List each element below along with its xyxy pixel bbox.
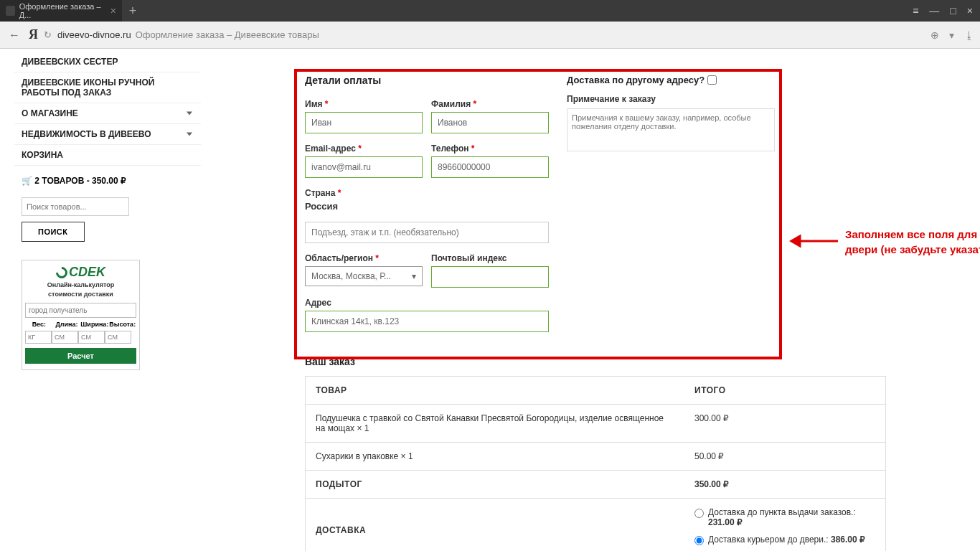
sidebar-item-icons[interactable]: ДИВЕЕВСКИЕ ИКОНЫ РУЧНОЙ РАБОТЫ ПОД ЗАКАЗ [14, 72, 201, 103]
ship-different-label: Доставка по другому адресу? [567, 75, 775, 85]
window-maximize-icon[interactable]: □ [950, 5, 956, 17]
cart-summary-text: 2 ТОВАРОВ - 350.00 ₽ [34, 176, 126, 186]
sidebar: ДИВЕЕВСКИХ СЕСТЕР ДИВЕЕВСКИЕ ИКОНЫ РУЧНО… [0, 49, 201, 551]
cdek-calculate-button[interactable]: Расчет [25, 348, 136, 364]
order-item-row: Сухарики в упаковке × 1 50.00 ₽ [306, 443, 885, 471]
new-tab-button[interactable]: + [122, 4, 143, 19]
site-icon [6, 6, 15, 16]
order-note-label: Примечание к заказу [567, 94, 775, 104]
order-subtotal-label: ПОДЫТОГ [306, 471, 684, 498]
sidebar-item-about[interactable]: О МАГАЗИНЕ [14, 103, 201, 124]
url-domain: diveevo-divnoe.ru [57, 29, 131, 40]
annotation: Заполняем все поля для доставки курьером… [789, 227, 980, 257]
downloads-icon[interactable]: ⭳ [964, 29, 974, 41]
delivery-radio-courier[interactable] [694, 536, 704, 545]
address-bar: ← Я ↻ diveevo-divnoe.ru Оформление заказ… [0, 22, 980, 49]
yandex-logo[interactable]: Я [29, 27, 38, 42]
order-delivery-label: ДОСТАВКА [306, 499, 684, 551]
window-menu-icon[interactable]: ≡ [913, 5, 918, 17]
order-item-row: Подушечка с травкой со Святой Канавки Пр… [306, 405, 885, 443]
order-head-product: ТОВАР [306, 377, 684, 404]
tab-title: Оформление заказа – Д... [19, 2, 106, 19]
order-item-total: 300.00 ₽ [684, 405, 885, 442]
cdek-height-input[interactable] [105, 331, 131, 344]
phone-input[interactable] [431, 156, 549, 178]
cart-summary[interactable]: 🛒 2 ТОВАРОВ - 350.00 ₽ [14, 169, 201, 193]
postcode-input[interactable] [431, 266, 549, 288]
reload-icon[interactable]: ↻ [44, 29, 52, 40]
postcode-label: Почтовый индекс [431, 253, 549, 263]
order-item-total: 50.00 ₽ [684, 443, 885, 470]
country-value: Россия [305, 201, 549, 212]
fname-label: Имя * [305, 99, 423, 109]
lname-input[interactable] [431, 112, 549, 133]
order-subtotal: 350.00 ₽ [684, 471, 885, 498]
cart-icon: 🛒 [22, 176, 32, 186]
bookmark-icon[interactable]: ▾ [949, 29, 954, 41]
order-note-textarea[interactable] [567, 108, 775, 151]
order-table: ТОВАР ИТОГО Подушечка с травкой со Свято… [305, 376, 886, 551]
cdek-subtitle1: Онлайн-калькулятор [25, 281, 136, 289]
cdek-logo: CDEK [25, 265, 136, 280]
nav-back-icon[interactable]: ← [6, 27, 23, 44]
main-area: Детали оплаты Доставка по другому адресу… [201, 49, 980, 551]
search-input[interactable] [22, 197, 129, 216]
sidebar-item-realestate[interactable]: НЕДВИЖИМОСТЬ В ДИВЕЕВО [14, 124, 201, 145]
email-label: Email-адрес * [305, 143, 423, 154]
cdek-weight-label: Вес: [25, 321, 53, 328]
sidebar-item-cart[interactable]: КОРЗИНА [14, 145, 201, 166]
address-label: Адрес [305, 298, 549, 308]
search-button[interactable]: ПОИСК [22, 222, 85, 242]
region-label: Область/регион * [305, 253, 423, 263]
window-minimize-icon[interactable]: — [929, 5, 939, 17]
ship-different-checkbox[interactable] [707, 75, 717, 85]
delivery-radio-pickup[interactable] [694, 509, 704, 518]
sidebar-item-sisters[interactable]: ДИВЕЕВСКИХ СЕСТЕР [14, 52, 201, 72]
cdek-width-label: Ширина: [80, 321, 108, 328]
cdek-subtitle2: стоимости доставки [25, 291, 136, 298]
url-input[interactable]: diveevo-divnoe.ru Оформление заказа – Ди… [57, 29, 925, 40]
country-label: Страна * [305, 188, 549, 198]
cdek-city-input[interactable] [25, 303, 136, 318]
cdek-width-input[interactable] [78, 331, 105, 344]
address-input[interactable] [305, 311, 549, 332]
cdek-circle-icon [54, 264, 70, 281]
fname-input[interactable] [305, 112, 423, 133]
address2-input[interactable] [305, 222, 549, 243]
cdek-height-label: Высота: [108, 321, 136, 328]
delivery-option-pickup[interactable]: Доставка до пункта выдачи заказов.: 231.… [694, 507, 875, 527]
url-page-title: Оформление заказа – Дивеевские товары [136, 29, 319, 40]
billing-title: Детали оплаты [305, 75, 556, 86]
annotation-arrow-icon [789, 230, 839, 254]
cdek-widget: CDEK Онлайн-калькулятор стоимости достав… [22, 260, 140, 370]
page-content: ДИВЕЕВСКИХ СЕСТЕР ДИВЕЕВСКИЕ ИКОНЫ РУЧНО… [0, 49, 980, 551]
order-head-total: ИТОГО [684, 377, 885, 404]
order-item-name: Подушечка с травкой со Святой Канавки Пр… [306, 405, 684, 442]
phone-label: Телефон * [431, 143, 549, 154]
delivery-option-courier[interactable]: Доставка курьером до двери.: 386.00 ₽ [694, 534, 875, 545]
zoom-icon[interactable]: ⊕ [930, 29, 939, 41]
email-input[interactable] [305, 156, 423, 178]
annotation-text: Заполняем все поля для доставки курьером… [845, 227, 980, 257]
window-close-icon[interactable]: × [967, 5, 973, 17]
browser-tab[interactable]: Оформление заказа – Д... × [0, 0, 122, 22]
region-select[interactable]: Москва, Москва, Р... [305, 266, 423, 286]
cdek-brand: CDEK [69, 265, 105, 280]
close-tab-icon[interactable]: × [110, 5, 116, 17]
cdek-weight-input[interactable] [25, 331, 52, 344]
cdek-length-input[interactable] [52, 331, 78, 344]
browser-tab-bar: Оформление заказа – Д... × + ≡ — □ × [0, 0, 980, 22]
order-item-name: Сухарики в упаковке × 1 [306, 443, 684, 470]
cdek-length-label: Длина: [53, 321, 81, 328]
lname-label: Фамилия * [431, 99, 549, 109]
order-title: Ваш заказ [305, 356, 886, 367]
